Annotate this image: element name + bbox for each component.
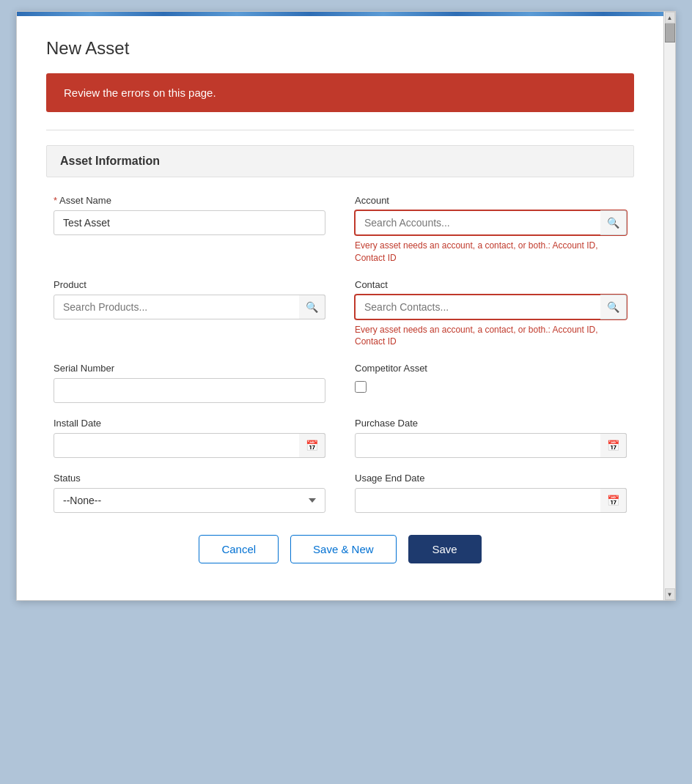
purchase-date-label: Purchase Date	[355, 418, 627, 429]
scroll-down-button[interactable]: ▼	[665, 588, 675, 600]
product-group: Product 🔍	[54, 279, 325, 349]
account-error-message: Every asset needs an account, a contact,…	[355, 240, 627, 265]
required-indicator: *	[54, 195, 57, 206]
status-select[interactable]: --None-- Purchased Shipped Installed Reg…	[54, 488, 325, 513]
contact-search-icon[interactable]: 🔍	[600, 295, 627, 319]
product-search-input[interactable]	[54, 295, 325, 319]
error-banner: Review the errors on this page.	[46, 73, 634, 112]
install-date-wrapper: 📅	[54, 433, 325, 458]
scroll-up-button[interactable]: ▲	[665, 12, 675, 23]
usage-end-date-label: Usage End Date	[355, 473, 627, 484]
serial-number-label: Serial Number	[54, 363, 325, 374]
purchase-date-calendar-icon[interactable]: 📅	[600, 433, 627, 458]
contact-error-message: Every asset needs an account, a contact,…	[355, 324, 627, 349]
error-banner-text: Review the errors on this page.	[64, 86, 216, 99]
section-header: Asset Information	[46, 145, 634, 177]
scroll-down-icon: ▼	[667, 591, 673, 598]
product-search-icon[interactable]: 🔍	[299, 295, 325, 319]
save-new-button[interactable]: Save & New	[290, 535, 397, 563]
scrollbar[interactable]: ▲ ▼	[663, 12, 675, 600]
usage-end-date-input[interactable]	[355, 488, 627, 513]
contact-group: Contact 🔍 Every asset needs an account, …	[355, 279, 627, 349]
serial-number-input[interactable]	[54, 378, 325, 403]
status-label: Status	[54, 473, 325, 484]
account-search-icon[interactable]: 🔍	[600, 210, 627, 235]
scroll-up-icon: ▲	[667, 15, 673, 21]
product-input-wrapper: 🔍	[54, 295, 325, 319]
modal-title: New Asset	[46, 38, 634, 59]
competitor-asset-checkbox[interactable]	[355, 381, 367, 393]
install-date-calendar-icon[interactable]: 📅	[299, 433, 325, 458]
button-row: Cancel Save & New Save	[46, 513, 634, 578]
asset-name-label: *Asset Name	[54, 195, 325, 206]
purchase-date-group: Purchase Date 📅	[355, 418, 627, 458]
section-divider	[46, 130, 634, 130]
purchase-date-wrapper: 📅	[355, 433, 627, 458]
account-input-wrapper: 🔍	[355, 210, 627, 235]
serial-number-group: Serial Number	[54, 363, 325, 403]
competitor-asset-group: Competitor Asset	[355, 363, 627, 403]
account-search-input[interactable]	[355, 210, 627, 235]
competitor-asset-checkbox-wrapper	[355, 381, 627, 393]
asset-name-group: *Asset Name	[54, 195, 325, 265]
status-group: Status --None-- Purchased Shipped Instal…	[54, 473, 325, 513]
modal: ▲ ▼ New Asset Review the errors on this …	[16, 11, 676, 601]
save-button[interactable]: Save	[408, 535, 482, 563]
form-grid: *Asset Name Account 🔍 Every asset needs …	[46, 195, 634, 513]
section-title: Asset Information	[60, 155, 160, 167]
asset-name-input[interactable]	[54, 210, 325, 235]
account-label: Account	[355, 195, 627, 206]
contact-input-wrapper: 🔍	[355, 295, 627, 319]
purchase-date-input[interactable]	[355, 433, 627, 458]
contact-label: Contact	[355, 279, 627, 290]
product-label: Product	[54, 279, 325, 290]
install-date-group: Install Date 📅	[54, 418, 325, 458]
cancel-button[interactable]: Cancel	[199, 535, 279, 563]
usage-end-date-calendar-icon[interactable]: 📅	[600, 488, 627, 513]
modal-content: New Asset Review the errors on this page…	[17, 16, 663, 600]
account-group: Account 🔍 Every asset needs an account, …	[355, 195, 627, 265]
competitor-asset-label: Competitor Asset	[355, 363, 627, 374]
install-date-input[interactable]	[54, 433, 325, 458]
usage-end-date-wrapper: 📅	[355, 488, 627, 513]
install-date-label: Install Date	[54, 418, 325, 429]
contact-search-input[interactable]	[355, 295, 627, 319]
usage-end-date-group: Usage End Date 📅	[355, 473, 627, 513]
